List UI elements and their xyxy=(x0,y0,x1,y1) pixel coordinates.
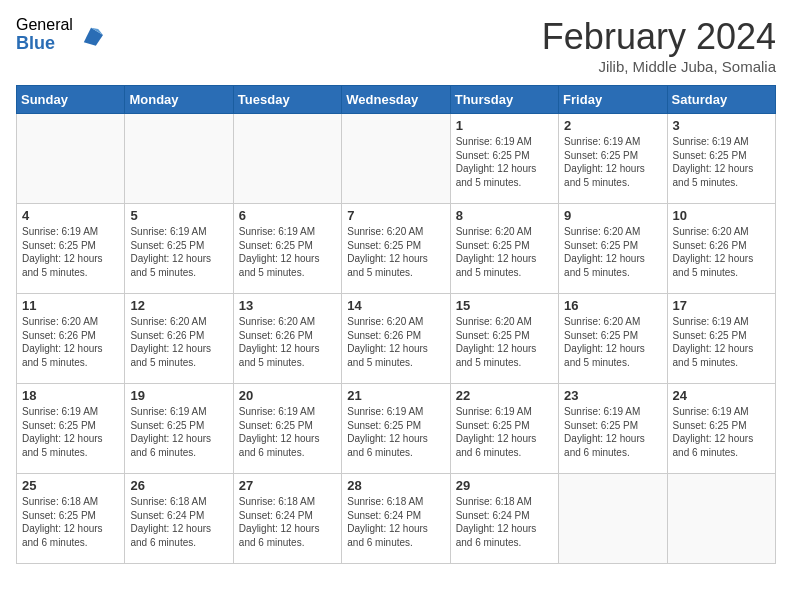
calendar-cell: 19Sunrise: 6:19 AM Sunset: 6:25 PM Dayli… xyxy=(125,384,233,474)
calendar-cell: 15Sunrise: 6:20 AM Sunset: 6:25 PM Dayli… xyxy=(450,294,558,384)
day-number: 20 xyxy=(239,388,336,403)
day-info: Sunrise: 6:19 AM Sunset: 6:25 PM Dayligh… xyxy=(564,135,661,189)
calendar-cell: 25Sunrise: 6:18 AM Sunset: 6:25 PM Dayli… xyxy=(17,474,125,564)
calendar-cell: 21Sunrise: 6:19 AM Sunset: 6:25 PM Dayli… xyxy=(342,384,450,474)
day-info: Sunrise: 6:20 AM Sunset: 6:26 PM Dayligh… xyxy=(347,315,444,369)
calendar-cell: 12Sunrise: 6:20 AM Sunset: 6:26 PM Dayli… xyxy=(125,294,233,384)
calendar-cell: 16Sunrise: 6:20 AM Sunset: 6:25 PM Dayli… xyxy=(559,294,667,384)
logo-icon xyxy=(79,23,103,47)
calendar-cell: 6Sunrise: 6:19 AM Sunset: 6:25 PM Daylig… xyxy=(233,204,341,294)
svg-marker-0 xyxy=(84,27,103,45)
day-number: 1 xyxy=(456,118,553,133)
day-info: Sunrise: 6:20 AM Sunset: 6:26 PM Dayligh… xyxy=(239,315,336,369)
day-number: 29 xyxy=(456,478,553,493)
day-number: 24 xyxy=(673,388,770,403)
calendar-cell: 11Sunrise: 6:20 AM Sunset: 6:26 PM Dayli… xyxy=(17,294,125,384)
day-number: 23 xyxy=(564,388,661,403)
calendar-cell: 3Sunrise: 6:19 AM Sunset: 6:25 PM Daylig… xyxy=(667,114,775,204)
calendar-cell: 4Sunrise: 6:19 AM Sunset: 6:25 PM Daylig… xyxy=(17,204,125,294)
day-info: Sunrise: 6:19 AM Sunset: 6:25 PM Dayligh… xyxy=(130,405,227,459)
day-header-saturday: Saturday xyxy=(667,86,775,114)
day-info: Sunrise: 6:19 AM Sunset: 6:25 PM Dayligh… xyxy=(22,225,119,279)
calendar-cell: 18Sunrise: 6:19 AM Sunset: 6:25 PM Dayli… xyxy=(17,384,125,474)
day-number: 19 xyxy=(130,388,227,403)
calendar-cell: 13Sunrise: 6:20 AM Sunset: 6:26 PM Dayli… xyxy=(233,294,341,384)
day-info: Sunrise: 6:20 AM Sunset: 6:26 PM Dayligh… xyxy=(673,225,770,279)
day-info: Sunrise: 6:18 AM Sunset: 6:24 PM Dayligh… xyxy=(347,495,444,549)
calendar-cell xyxy=(559,474,667,564)
day-info: Sunrise: 6:19 AM Sunset: 6:25 PM Dayligh… xyxy=(673,315,770,369)
day-info: Sunrise: 6:19 AM Sunset: 6:25 PM Dayligh… xyxy=(22,405,119,459)
calendar-cell: 24Sunrise: 6:19 AM Sunset: 6:25 PM Dayli… xyxy=(667,384,775,474)
calendar-cell xyxy=(667,474,775,564)
day-info: Sunrise: 6:19 AM Sunset: 6:25 PM Dayligh… xyxy=(347,405,444,459)
day-number: 27 xyxy=(239,478,336,493)
day-header-tuesday: Tuesday xyxy=(233,86,341,114)
day-number: 28 xyxy=(347,478,444,493)
day-info: Sunrise: 6:20 AM Sunset: 6:26 PM Dayligh… xyxy=(22,315,119,369)
day-info: Sunrise: 6:20 AM Sunset: 6:25 PM Dayligh… xyxy=(456,315,553,369)
logo-text: General Blue xyxy=(16,16,73,53)
logo-general: General xyxy=(16,16,73,34)
day-info: Sunrise: 6:18 AM Sunset: 6:24 PM Dayligh… xyxy=(130,495,227,549)
calendar-cell: 2Sunrise: 6:19 AM Sunset: 6:25 PM Daylig… xyxy=(559,114,667,204)
day-number: 13 xyxy=(239,298,336,313)
day-number: 16 xyxy=(564,298,661,313)
day-number: 2 xyxy=(564,118,661,133)
calendar-header-row: SundayMondayTuesdayWednesdayThursdayFrid… xyxy=(17,86,776,114)
day-number: 4 xyxy=(22,208,119,223)
day-number: 6 xyxy=(239,208,336,223)
logo-blue: Blue xyxy=(16,34,73,54)
calendar-cell: 10Sunrise: 6:20 AM Sunset: 6:26 PM Dayli… xyxy=(667,204,775,294)
day-number: 9 xyxy=(564,208,661,223)
day-info: Sunrise: 6:20 AM Sunset: 6:26 PM Dayligh… xyxy=(130,315,227,369)
day-info: Sunrise: 6:19 AM Sunset: 6:25 PM Dayligh… xyxy=(239,405,336,459)
day-header-friday: Friday xyxy=(559,86,667,114)
day-info: Sunrise: 6:20 AM Sunset: 6:25 PM Dayligh… xyxy=(564,225,661,279)
calendar-cell xyxy=(233,114,341,204)
calendar-title: February 2024 xyxy=(542,16,776,58)
day-info: Sunrise: 6:20 AM Sunset: 6:25 PM Dayligh… xyxy=(456,225,553,279)
day-info: Sunrise: 6:19 AM Sunset: 6:25 PM Dayligh… xyxy=(673,135,770,189)
day-info: Sunrise: 6:20 AM Sunset: 6:25 PM Dayligh… xyxy=(347,225,444,279)
day-info: Sunrise: 6:19 AM Sunset: 6:25 PM Dayligh… xyxy=(673,405,770,459)
calendar-cell: 5Sunrise: 6:19 AM Sunset: 6:25 PM Daylig… xyxy=(125,204,233,294)
day-number: 3 xyxy=(673,118,770,133)
day-number: 5 xyxy=(130,208,227,223)
day-info: Sunrise: 6:19 AM Sunset: 6:25 PM Dayligh… xyxy=(456,405,553,459)
day-number: 8 xyxy=(456,208,553,223)
calendar-cell: 27Sunrise: 6:18 AM Sunset: 6:24 PM Dayli… xyxy=(233,474,341,564)
calendar-cell: 23Sunrise: 6:19 AM Sunset: 6:25 PM Dayli… xyxy=(559,384,667,474)
day-number: 21 xyxy=(347,388,444,403)
calendar-cell xyxy=(342,114,450,204)
day-header-monday: Monday xyxy=(125,86,233,114)
day-info: Sunrise: 6:19 AM Sunset: 6:25 PM Dayligh… xyxy=(456,135,553,189)
day-info: Sunrise: 6:19 AM Sunset: 6:25 PM Dayligh… xyxy=(130,225,227,279)
day-info: Sunrise: 6:18 AM Sunset: 6:24 PM Dayligh… xyxy=(456,495,553,549)
day-number: 22 xyxy=(456,388,553,403)
day-number: 7 xyxy=(347,208,444,223)
day-number: 11 xyxy=(22,298,119,313)
day-header-thursday: Thursday xyxy=(450,86,558,114)
calendar-week-row: 18Sunrise: 6:19 AM Sunset: 6:25 PM Dayli… xyxy=(17,384,776,474)
calendar-cell: 26Sunrise: 6:18 AM Sunset: 6:24 PM Dayli… xyxy=(125,474,233,564)
day-header-wednesday: Wednesday xyxy=(342,86,450,114)
calendar-cell: 14Sunrise: 6:20 AM Sunset: 6:26 PM Dayli… xyxy=(342,294,450,384)
day-number: 10 xyxy=(673,208,770,223)
calendar-table: SundayMondayTuesdayWednesdayThursdayFrid… xyxy=(16,85,776,564)
calendar-week-row: 4Sunrise: 6:19 AM Sunset: 6:25 PM Daylig… xyxy=(17,204,776,294)
calendar-cell: 17Sunrise: 6:19 AM Sunset: 6:25 PM Dayli… xyxy=(667,294,775,384)
day-number: 15 xyxy=(456,298,553,313)
calendar-week-row: 25Sunrise: 6:18 AM Sunset: 6:25 PM Dayli… xyxy=(17,474,776,564)
calendar-cell: 28Sunrise: 6:18 AM Sunset: 6:24 PM Dayli… xyxy=(342,474,450,564)
day-number: 18 xyxy=(22,388,119,403)
calendar-cell xyxy=(17,114,125,204)
page-header: General Blue February 2024 Jilib, Middle… xyxy=(16,16,776,75)
calendar-cell: 22Sunrise: 6:19 AM Sunset: 6:25 PM Dayli… xyxy=(450,384,558,474)
calendar-cell: 1Sunrise: 6:19 AM Sunset: 6:25 PM Daylig… xyxy=(450,114,558,204)
calendar-week-row: 1Sunrise: 6:19 AM Sunset: 6:25 PM Daylig… xyxy=(17,114,776,204)
day-number: 17 xyxy=(673,298,770,313)
day-number: 12 xyxy=(130,298,227,313)
title-area: February 2024 Jilib, Middle Juba, Somali… xyxy=(542,16,776,75)
calendar-week-row: 11Sunrise: 6:20 AM Sunset: 6:26 PM Dayli… xyxy=(17,294,776,384)
